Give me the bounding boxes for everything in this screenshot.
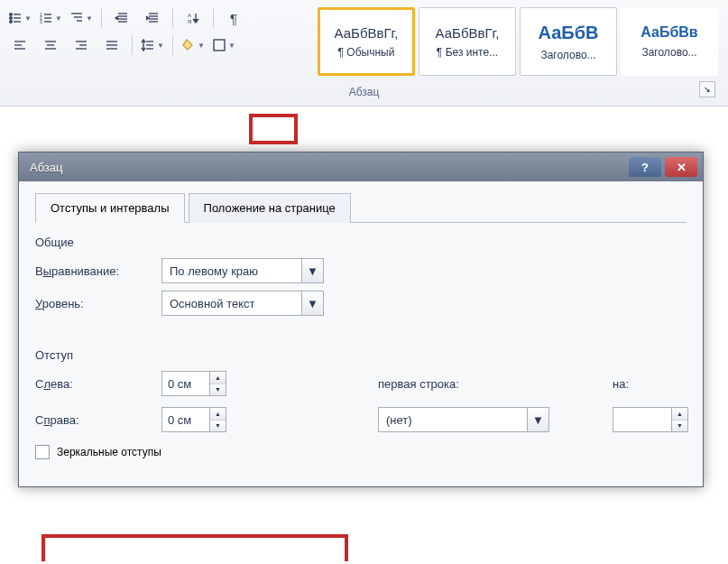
align-left-button[interactable]	[7, 34, 32, 56]
paragraph-dialog: Абзац ? ✕ Отступы и интервалы Положение …	[18, 152, 704, 487]
mirror-indents-label: Зеркальные отступы	[57, 446, 161, 458]
numbering-button[interactable]: 123 ▼	[38, 7, 63, 29]
by-spinner[interactable]: ▲▼	[613, 407, 688, 432]
right-indent-value: 0 см	[168, 413, 191, 427]
general-heading: Общие	[35, 236, 687, 249]
right-indent-spinner[interactable]: 0 см ▲▼	[161, 407, 226, 432]
spin-up-icon[interactable]: ▲	[210, 408, 226, 421]
chevron-down-icon: ▼	[527, 408, 548, 431]
help-button[interactable]: ?	[629, 157, 661, 177]
borders-button[interactable]: ▼	[211, 34, 236, 56]
alignment-label: Выравнивание:	[35, 264, 161, 278]
dropdown-arrow-icon: ▼	[228, 42, 235, 50]
first-line-combo[interactable]: (нет) ▼	[378, 407, 549, 432]
level-label: Уровень:	[35, 297, 161, 310]
spin-up-icon[interactable]: ▲	[210, 372, 226, 384]
spin-down-icon[interactable]: ▼	[210, 384, 226, 396]
separator	[213, 8, 214, 28]
left-indent-label: Слева:	[35, 377, 161, 391]
shading-button[interactable]: ▼	[180, 34, 206, 56]
left-indent-spinner[interactable]: 0 см ▲▼	[161, 371, 226, 396]
spin-down-icon[interactable]: ▼	[210, 421, 226, 432]
tab-indents[interactable]: Отступы и интервалы	[35, 193, 185, 223]
spin-up-icon[interactable]: ▲	[672, 408, 687, 421]
right-indent-label: Справа:	[35, 413, 161, 427]
tab-position[interactable]: Положение на странице	[189, 193, 351, 223]
pilcrow-icon: ¶	[230, 11, 237, 26]
chevron-down-icon: ▼	[301, 259, 323, 282]
style-no-spacing[interactable]: АаБбВвГг, ¶ Без инте...	[419, 7, 516, 76]
indent-heading: Отступ	[35, 348, 687, 362]
style-heading2[interactable]: АаБбВв Заголово...	[621, 7, 718, 76]
close-button[interactable]: ✕	[665, 157, 697, 177]
level-combo[interactable]: Основной текст ▼	[161, 291, 324, 316]
svg-point-2	[10, 17, 13, 20]
show-marks-button[interactable]: ¶	[221, 7, 246, 29]
alignment-combo[interactable]: По левому краю ▼	[161, 258, 324, 283]
svg-rect-42	[214, 40, 225, 51]
styles-gallery: АаБбВвГг, ¶ Обычный АаБбВвГг, ¶ Без инте…	[318, 7, 718, 76]
bullets-button[interactable]: ▼	[7, 7, 32, 29]
first-line-label: первая строка:	[378, 377, 558, 391]
dropdown-arrow-icon: ▼	[55, 14, 62, 23]
dropdown-arrow-icon: ▼	[86, 14, 93, 23]
svg-point-0	[10, 14, 13, 16]
dropdown-arrow-icon: ▼	[157, 42, 164, 50]
style-name: Заголово...	[624, 46, 714, 59]
separator	[172, 8, 173, 28]
align-center-button[interactable]	[38, 34, 63, 56]
annotation-highlight	[249, 114, 298, 144]
svg-point-4	[10, 21, 13, 23]
level-value: Основной текст	[170, 297, 255, 310]
style-name: ¶ Обычный	[323, 46, 410, 59]
svg-text:Я: Я	[188, 19, 191, 24]
ribbon: ▼ 123 ▼ ▼ AЯ	[0, 0, 728, 106]
line-spacing-button[interactable]: ▼	[140, 34, 165, 56]
multilevel-list-button[interactable]: ▼	[69, 7, 94, 29]
alignment-value: По левому краю	[170, 264, 258, 278]
paragraph-group: ▼ 123 ▼ ▼ AЯ	[4, 7, 310, 61]
separator	[101, 8, 102, 28]
close-icon: ✕	[677, 161, 687, 174]
dropdown-arrow-icon: ▼	[24, 14, 32, 23]
style-preview: АаБбВвГг,	[436, 25, 500, 41]
style-name: ¶ Без инте...	[423, 46, 511, 59]
mirror-indents-checkbox[interactable]	[35, 445, 50, 459]
dialog-title: Абзац	[30, 161, 62, 174]
svg-text:A: A	[188, 13, 191, 18]
paragraph-dialog-launcher[interactable]: ↘	[699, 81, 715, 97]
align-right-button[interactable]	[69, 34, 94, 56]
sort-button[interactable]: AЯ	[180, 7, 206, 29]
separator	[132, 35, 133, 55]
style-name: Заголово...	[524, 49, 613, 61]
style-heading1[interactable]: АаБбВ Заголово...	[520, 7, 617, 76]
chevron-down-icon: ▼	[301, 291, 323, 315]
justify-button[interactable]	[99, 34, 124, 56]
increase-indent-button[interactable]	[140, 7, 165, 29]
dialog-tabs: Отступы и интервалы Положение на страниц…	[35, 192, 687, 223]
style-normal[interactable]: АаБбВвГг, ¶ Обычный	[318, 7, 415, 76]
ribbon-group-label: Абзац	[349, 80, 380, 98]
style-preview: АаБбВв	[640, 24, 697, 41]
dialog-titlebar[interactable]: Абзац ? ✕	[19, 153, 703, 181]
style-preview: АаБбВвГг,	[335, 25, 399, 41]
by-label: на:	[613, 377, 694, 391]
svg-text:3: 3	[40, 19, 42, 24]
style-preview: АаБбВ	[539, 23, 599, 43]
annotation-highlight-bottom	[41, 534, 348, 561]
left-indent-value: 0 см	[168, 377, 191, 391]
help-icon: ?	[641, 161, 649, 174]
spin-down-icon[interactable]: ▼	[672, 421, 687, 432]
separator	[172, 35, 173, 55]
first-line-value: (нет)	[386, 413, 412, 427]
dropdown-arrow-icon: ▼	[198, 42, 205, 50]
decrease-indent-button[interactable]	[109, 7, 134, 29]
launcher-icon: ↘	[704, 85, 711, 94]
